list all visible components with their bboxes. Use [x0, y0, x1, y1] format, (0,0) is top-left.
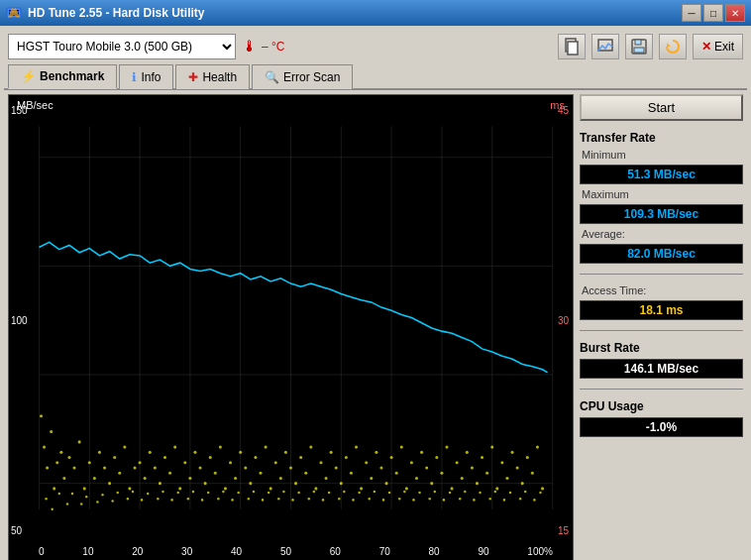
minimize-button[interactable]: ─ — [682, 4, 701, 22]
svg-point-81 — [304, 472, 307, 475]
svg-point-100 — [400, 446, 403, 449]
svg-point-114 — [471, 466, 474, 469]
svg-point-42 — [108, 482, 111, 485]
svg-point-124 — [521, 482, 524, 485]
svg-point-95 — [375, 451, 377, 454]
svg-point-158 — [262, 499, 264, 502]
title-bar: HD Tune 2.55 - Hard Disk Utility ─ □ ✕ — [0, 0, 751, 26]
svg-point-145 — [161, 491, 163, 494]
svg-point-44 — [118, 472, 121, 475]
minimum-label: Minimum — [582, 149, 743, 161]
stats-panel: Start Transfer Rate Minimum 51.3 MB/sec … — [580, 94, 743, 560]
svg-point-108 — [440, 472, 443, 475]
svg-point-134 — [80, 503, 82, 505]
svg-point-147 — [176, 492, 178, 495]
tab-info[interactable]: ℹ Info — [119, 64, 173, 89]
tab-health[interactable]: ✚ Health — [175, 64, 250, 89]
svg-point-162 — [291, 499, 293, 502]
svg-point-151 — [207, 492, 209, 495]
svg-point-183 — [449, 492, 451, 495]
svg-point-86 — [330, 451, 333, 454]
svg-point-32 — [59, 451, 62, 454]
svg-point-79 — [294, 482, 297, 485]
svg-point-119 — [495, 487, 498, 490]
maximum-label: Maximum — [582, 188, 743, 200]
divider3 — [580, 389, 743, 390]
benchmark-chart: MB/sec ms 150 100 50 45 30 15 0 10 20 — [8, 94, 574, 560]
svg-point-33 — [62, 477, 65, 480]
main-window: HGST Touro Mobile 3.0 (500 GB) 🌡 – °C ✕ … — [0, 26, 751, 560]
svg-point-68 — [239, 451, 242, 454]
svg-point-57 — [183, 461, 186, 464]
refresh-button[interactable] — [659, 34, 687, 59]
y-axis-left: 150 100 50 — [11, 95, 28, 541]
svg-point-26 — [40, 414, 43, 417]
svg-point-92 — [360, 487, 363, 490]
tab-benchmark[interactable]: ⚡ Benchmark — [8, 64, 117, 89]
svg-point-71 — [254, 456, 257, 459]
svg-point-188 — [488, 498, 490, 501]
benchmark-icon: ⚡ — [21, 69, 36, 83]
svg-point-78 — [289, 466, 292, 469]
svg-point-163 — [297, 492, 299, 495]
minimum-value: 51.3 MB/sec — [580, 165, 743, 184]
average-value: 82.0 MB/sec — [580, 244, 743, 264]
copy2-button[interactable] — [591, 34, 619, 59]
benchmark-label: Benchmark — [40, 69, 104, 83]
svg-point-91 — [355, 446, 358, 449]
svg-rect-8 — [635, 40, 641, 45]
svg-point-137 — [101, 494, 103, 497]
copy1-button[interactable] — [558, 34, 586, 59]
x-axis: 0 10 20 30 40 50 60 70 80 90 100% — [39, 546, 553, 557]
svg-point-85 — [325, 477, 328, 480]
svg-point-144 — [157, 498, 159, 501]
info-icon: ℹ — [132, 70, 137, 84]
close-button[interactable]: ✕ — [725, 4, 745, 22]
svg-point-46 — [128, 487, 131, 490]
health-icon: ✚ — [188, 70, 198, 84]
thermometer-icon: 🌡 — [242, 38, 258, 56]
svg-point-49 — [144, 477, 147, 480]
svg-point-56 — [178, 487, 181, 490]
svg-point-161 — [282, 491, 284, 494]
svg-point-118 — [490, 446, 493, 449]
svg-point-125 — [526, 456, 529, 459]
maximize-button[interactable]: □ — [703, 4, 723, 22]
svg-point-90 — [350, 472, 353, 475]
burst-rate-section: Burst Rate 146.1 MB/sec — [580, 341, 743, 379]
svg-point-117 — [485, 472, 488, 475]
exit-button[interactable]: ✕ Exit — [693, 34, 743, 59]
svg-point-116 — [481, 456, 483, 459]
svg-point-41 — [103, 466, 106, 469]
svg-point-193 — [524, 491, 526, 494]
svg-point-157 — [253, 491, 255, 494]
svg-point-69 — [244, 466, 247, 469]
svg-point-97 — [385, 482, 388, 485]
svg-point-62 — [209, 456, 212, 459]
transfer-rate-section: Transfer Rate Minimum 51.3 MB/sec Maximu… — [580, 131, 743, 264]
svg-point-176 — [398, 498, 400, 501]
svg-point-103 — [415, 477, 418, 480]
drive-selector[interactable]: HGST Touro Mobile 3.0 (500 GB) — [8, 34, 236, 59]
svg-point-98 — [390, 456, 393, 459]
save-button[interactable] — [625, 34, 653, 59]
svg-marker-10 — [667, 43, 671, 47]
chart-svg — [9, 95, 573, 560]
svg-point-178 — [412, 499, 414, 502]
transfer-rate-label: Transfer Rate — [580, 131, 743, 145]
svg-point-39 — [93, 477, 96, 480]
svg-point-169 — [343, 491, 345, 494]
svg-point-166 — [322, 499, 324, 502]
svg-point-139 — [117, 492, 119, 495]
svg-point-111 — [456, 461, 459, 464]
svg-rect-9 — [634, 48, 644, 53]
svg-point-48 — [139, 461, 142, 464]
svg-point-138 — [111, 500, 113, 503]
start-button[interactable]: Start — [580, 94, 743, 121]
svg-point-63 — [214, 472, 217, 475]
svg-point-73 — [265, 446, 268, 449]
svg-point-110 — [451, 487, 454, 490]
svg-point-89 — [345, 456, 348, 459]
toolbar: HGST Touro Mobile 3.0 (500 GB) 🌡 – °C ✕ … — [4, 30, 747, 63]
tab-errorscan[interactable]: 🔍 Error Scan — [252, 64, 353, 89]
